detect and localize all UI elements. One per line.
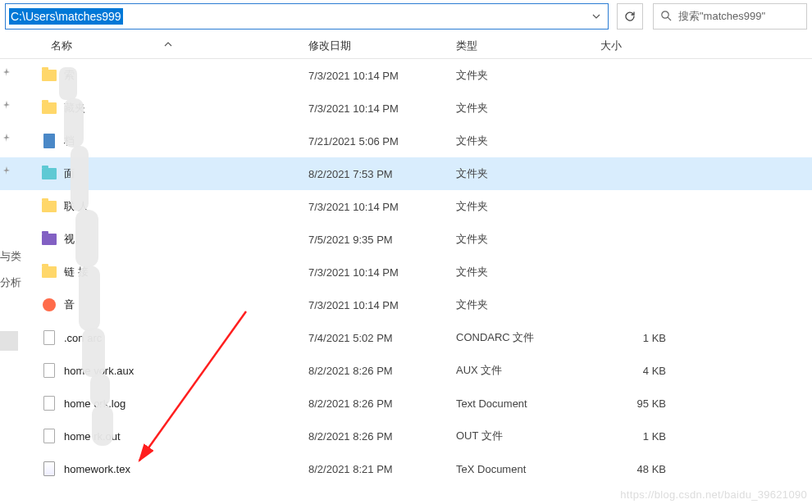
cell-date: 8/2/2021 7:53 PM — [308, 168, 456, 180]
search-icon — [660, 10, 672, 24]
cell-type: TeX Document — [456, 463, 600, 475]
cell-type: 文件夹 — [456, 166, 600, 181]
pin-icon — [0, 131, 13, 144]
file-name: 视 — [64, 232, 75, 247]
svg-point-0 — [662, 11, 668, 17]
smudge — [64, 98, 84, 148]
cell-type: 文件夹 — [456, 297, 600, 312]
search-placeholder: 搜索"matches999" — [678, 9, 765, 24]
cell-date: 7/3/2021 10:14 PM — [308, 70, 456, 82]
cell-size: 48 KB — [600, 463, 666, 475]
tex-icon — [41, 461, 57, 477]
table-row[interactable]: 索7/3/2021 10:14 PM文件夹 — [0, 59, 812, 92]
cell-date: 7/3/2021 10:14 PM — [308, 201, 456, 213]
side-gray-tab — [0, 331, 18, 351]
cell-size: 95 KB — [600, 397, 666, 410]
smudge — [90, 374, 110, 406]
cell-size: 1 KB — [600, 332, 666, 344]
cell-type: 文件夹 — [456, 68, 600, 83]
cell-type: OUT 文件 — [456, 429, 600, 443]
address-input[interactable]: C:\Users\matches999 — [6, 4, 585, 29]
col-header-size[interactable]: 大小 — [600, 39, 666, 53]
cell-date: 7/4/2021 5:02 PM — [308, 332, 456, 344]
table-row[interactable]: .con arc7/4/2021 5:02 PMCONDARC 文件1 KB — [0, 321, 812, 354]
cell-size: 4 KB — [600, 365, 666, 377]
cell-type: AUX 文件 — [456, 363, 600, 378]
cell-name: home rk.out — [41, 428, 308, 444]
music-icon — [41, 297, 57, 313]
cell-name: .con arc — [41, 329, 308, 346]
watermark: https://blog.csdn.net/baidu_39621090 — [620, 488, 807, 501]
folder-icon — [41, 198, 57, 215]
address-bar[interactable]: C:\Users\matches999 — [5, 3, 609, 30]
file-icon — [41, 428, 57, 444]
file-icon — [41, 362, 57, 379]
smudge — [71, 146, 89, 211]
cell-name: home vork.aux — [41, 362, 308, 379]
cell-type: 文件夹 — [456, 199, 600, 214]
cell-date: 8/2/2021 8:26 PM — [308, 430, 456, 443]
table-row[interactable]: 音7/3/2021 10:14 PM文件夹 — [0, 288, 812, 321]
cell-type: 文件夹 — [456, 265, 600, 279]
doc-icon — [41, 133, 57, 149]
cell-name: home ork.log — [41, 395, 308, 411]
columns-header: 名称 修改日期 类型 大小 — [0, 33, 812, 59]
address-path: C:\Users\matches999 — [9, 8, 123, 25]
smudge — [75, 210, 98, 267]
col-header-type[interactable]: 类型 — [456, 39, 600, 53]
cell-date: 7/5/2021 9:35 PM — [308, 234, 456, 246]
purple-icon — [41, 231, 57, 247]
cell-date: 8/2/2021 8:26 PM — [308, 365, 456, 377]
smudge — [59, 67, 77, 100]
pin-column — [0, 66, 16, 197]
folder-icon — [41, 100, 57, 116]
smudge — [82, 328, 105, 377]
folder-icon — [41, 67, 57, 84]
cell-name: homework.tex — [41, 461, 308, 477]
folder-icon — [41, 264, 57, 280]
cell-type: 文件夹 — [456, 134, 600, 148]
search-box[interactable]: 搜索"matches999" — [653, 3, 807, 30]
top-bar: C:\Users\matches999 搜索"matches999" — [0, 0, 812, 33]
cell-type: Text Document — [456, 397, 600, 410]
pin-icon — [0, 66, 13, 79]
file-name: 音 — [64, 297, 75, 312]
pin-icon — [0, 164, 13, 177]
cell-name: 索 — [41, 67, 308, 84]
smudge — [92, 405, 113, 446]
table-row[interactable]: 联 人7/3/2021 10:14 PM文件夹 — [0, 190, 812, 223]
file-list: 索7/3/2021 10:14 PM文件夹藏夹7/3/2021 10:14 PM… — [0, 59, 812, 485]
cell-date: 8/2/2021 8:26 PM — [308, 397, 456, 410]
table-row[interactable]: 链 接7/3/2021 10:14 PM文件夹 — [0, 256, 812, 288]
table-row[interactable]: 面8/2/2021 7:53 PM文件夹 — [0, 157, 812, 190]
file-icon — [41, 329, 57, 346]
table-row[interactable]: home ork.log8/2/2021 8:26 PMText Documen… — [0, 387, 812, 420]
pin-icon — [0, 98, 13, 111]
cell-type: 文件夹 — [456, 232, 600, 247]
cell-type: 文件夹 — [456, 101, 600, 116]
table-row[interactable]: 档7/21/2021 5:06 PM文件夹 — [0, 125, 812, 157]
cell-type: CONDARC 文件 — [456, 330, 600, 345]
cell-date: 7/3/2021 10:14 PM — [308, 102, 456, 115]
refresh-button[interactable] — [617, 3, 643, 30]
side-text: 与类 分析 — [0, 243, 21, 296]
file-icon — [41, 395, 57, 411]
svg-line-1 — [668, 17, 671, 20]
table-row[interactable]: homework.tex8/2/2021 8:21 PMTeX Document… — [0, 452, 812, 485]
col-header-name[interactable]: 名称 — [41, 39, 308, 53]
cell-date: 8/2/2021 8:21 PM — [308, 463, 456, 475]
cell-date: 7/3/2021 10:14 PM — [308, 266, 456, 279]
col-header-date[interactable]: 修改日期 — [308, 39, 456, 53]
table-row[interactable]: 视7/5/2021 9:35 PM文件夹 — [0, 223, 812, 256]
cell-date: 7/3/2021 10:14 PM — [308, 299, 456, 311]
sort-indicator-icon — [164, 40, 172, 49]
table-row[interactable]: 藏夹7/3/2021 10:14 PM文件夹 — [0, 92, 812, 125]
cell-size: 1 KB — [600, 430, 666, 443]
smudge — [79, 266, 100, 331]
teal-icon — [41, 166, 57, 182]
table-row[interactable]: home rk.out8/2/2021 8:26 PMOUT 文件1 KB — [0, 420, 812, 452]
file-name: homework.tex — [64, 463, 130, 475]
address-dropdown-icon[interactable] — [585, 4, 608, 29]
cell-date: 7/21/2021 5:06 PM — [308, 135, 456, 148]
table-row[interactable]: home vork.aux8/2/2021 8:26 PMAUX 文件4 KB — [0, 354, 812, 387]
